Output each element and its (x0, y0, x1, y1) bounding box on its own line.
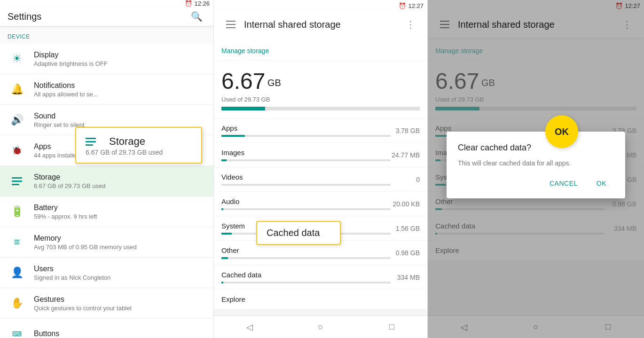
cached-value: 334 MB (397, 274, 420, 281)
settings-item-gestures[interactable]: ✋ Gestures Quick gestures to control you… (0, 288, 213, 319)
manage-storage-link[interactable]: Manage storage (221, 45, 420, 56)
users-title: Users (34, 265, 206, 273)
ok-badge[interactable]: OK (545, 115, 578, 148)
usage-bar-fill (221, 107, 265, 110)
bottom-nav-2: ◁ ○ □ (214, 315, 427, 338)
storage-title-2: Internal shared storage (244, 19, 401, 30)
apps-value: 3.78 GB (396, 127, 420, 134)
display-title: Display (34, 51, 206, 59)
storage-item-cached[interactable]: Cached data 334 MB (214, 265, 427, 289)
memory-text: Memory Avg 703 MB of 0.95 GB memory used (34, 234, 206, 251)
storage-item-apps[interactable]: Apps 3.78 GB (214, 118, 427, 142)
apps-icon: 🐞 (8, 141, 26, 160)
storage-panel-dialog: ⏰ 12:27 Internal shared storage ⋮ Manage… (428, 0, 644, 338)
dialog-message: This will clear cached data for all apps… (458, 158, 614, 168)
settings-item-battery[interactable]: 🔋 Battery 59% - approx. 9 hrs left (0, 197, 213, 227)
system-value: 1.56 GB (396, 225, 420, 232)
dialog-actions: CANCEL OK (458, 168, 614, 195)
settings-app-bar: Settings 🔍 (0, 7, 213, 26)
storage-app-bar: Internal shared storage ⋮ (214, 11, 427, 38)
display-text: Display Adaptive brightness is OFF (34, 51, 206, 67)
search-button[interactable]: 🔍 (187, 7, 206, 26)
audio-name: Audio (221, 197, 391, 205)
storage-item-videos[interactable]: Videos 0 (214, 167, 427, 191)
display-icon: ☀ (8, 49, 26, 68)
settings-item-notifications[interactable]: 🔔 Notifications All apps allowed to se..… (0, 74, 213, 105)
videos-name: Videos (221, 173, 391, 181)
buttons-text: Buttons (34, 330, 206, 338)
images-name: Images (221, 149, 391, 157)
cached-bar (221, 282, 391, 283)
audio-value: 20.00 KB (393, 200, 420, 208)
svg-rect-2 (226, 27, 236, 28)
settings-item-storage[interactable]: Storage 6.67 GB of 29.73 GB used (0, 166, 213, 197)
users-subtitle: Signed in as Nick Congleton (34, 274, 206, 281)
gestures-icon: ✋ (8, 294, 26, 313)
settings-item-display[interactable]: ☀ Display Adaptive brightness is OFF (0, 44, 213, 74)
gestures-subtitle: Quick gestures to control your tablet (34, 305, 206, 312)
overflow-button[interactable]: ⋮ (401, 15, 420, 34)
storage-tooltip-icon (86, 134, 104, 149)
sound-text: Sound Ringer set to silent (34, 112, 206, 128)
usage-unit: GB (267, 78, 281, 88)
images-bar (221, 159, 391, 161)
storage-tooltip-sub: 6.67 GB of 29.73 GB used (86, 149, 192, 156)
recent-button-2[interactable]: □ (382, 318, 401, 337)
device-section-header: Device (0, 26, 213, 44)
images-bar-fill (221, 159, 227, 161)
storage-text: Storage 6.67 GB of 29.73 GB used (34, 173, 206, 189)
ok-button[interactable]: OK (589, 176, 614, 191)
other-value: 0.98 GB (396, 249, 420, 257)
images-value: 24.77 MB (392, 151, 420, 159)
usage-number: 6.67 (221, 69, 265, 94)
usage-bar (221, 107, 420, 110)
dialog-title: Clear cached data? (458, 143, 614, 153)
battery-title: Battery (34, 204, 206, 212)
apps-name: Apps (221, 124, 391, 132)
cancel-button[interactable]: CANCEL (542, 176, 585, 191)
alarm-icon: ⏰ (185, 0, 192, 7)
status-bar-2: ⏰ 12:27 (214, 0, 427, 11)
cached-bar-fill (221, 282, 223, 283)
home-button-2[interactable]: ○ (311, 318, 330, 337)
hamburger-button[interactable] (221, 15, 240, 34)
apps-bar-fill (221, 135, 245, 137)
storage-item-images[interactable]: Images 24.77 MB (214, 143, 427, 167)
videos-value: 0 (416, 176, 420, 183)
notifications-text: Notifications All apps allowed to se... (34, 81, 206, 98)
dialog-overlay: Clear cached data? This will clear cache… (428, 0, 644, 338)
settings-panel: ⏰ 12:26 Settings 🔍 Device ☀ Display Adap… (0, 0, 214, 338)
cached-name: Cached data (221, 271, 391, 279)
audio-bar (221, 208, 391, 210)
back-button-2[interactable]: ◁ (240, 318, 259, 337)
memory-icon: ≡ (8, 233, 26, 252)
status-bar-1: ⏰ 12:26 (0, 0, 213, 7)
storage-content: Manage storage 6.67 GB Used of 29.73 GB … (214, 38, 427, 315)
status-icons-2: ⏰ 12:27 (399, 2, 424, 9)
clear-cache-dialog: Clear cached data? This will clear cache… (447, 132, 625, 198)
battery-subtitle: 59% - approx. 9 hrs left (34, 213, 206, 220)
settings-item-users[interactable]: 👤 Users Signed in as Nick Congleton (0, 258, 213, 288)
apps-bar (221, 135, 391, 137)
cached-data-tooltip: Cached data (256, 221, 341, 245)
users-text: Users Signed in as Nick Congleton (34, 265, 206, 281)
buttons-title: Buttons (34, 330, 206, 338)
search-icon: 🔍 (191, 11, 203, 22)
storage-tooltip-title: Storage (109, 135, 145, 148)
storage-item-explore[interactable]: Explore (214, 290, 427, 309)
gestures-text: Gestures Quick gestures to control your … (34, 295, 206, 312)
gestures-title: Gestures (34, 295, 206, 304)
settings-item-buttons[interactable]: ⌨ Buttons (0, 319, 213, 338)
storage-item-audio[interactable]: Audio 20.00 KB (214, 192, 427, 216)
memory-subtitle: Avg 703 MB of 0.95 GB memory used (34, 244, 206, 251)
status-time-2: 12:27 (408, 2, 424, 9)
other-bar-fill (221, 257, 228, 259)
manage-storage-section: Manage storage (214, 38, 427, 60)
storage-tooltip: Storage 6.67 GB of 29.73 GB used (75, 127, 202, 164)
storage-icon (8, 172, 26, 190)
notifications-icon: 🔔 (8, 80, 26, 99)
notifications-subtitle: All apps allowed to se... (34, 91, 206, 98)
settings-item-memory[interactable]: ≡ Memory Avg 703 MB of 0.95 GB memory us… (0, 227, 213, 258)
audio-bar-fill (221, 208, 223, 210)
battery-text: Battery 59% - approx. 9 hrs left (34, 204, 206, 220)
